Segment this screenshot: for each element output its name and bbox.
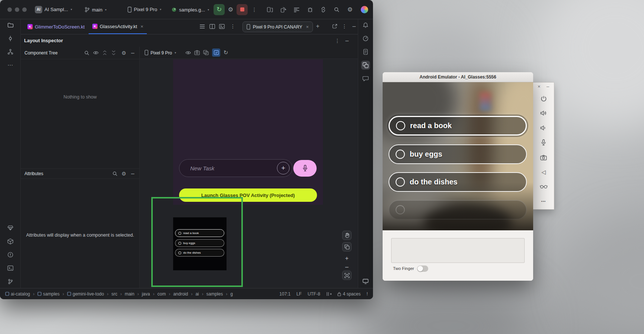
gemini-icon[interactable] [361, 6, 368, 13]
apply-changes-icon[interactable]: ⚙ [225, 4, 236, 15]
pan-hand-icon[interactable] [342, 231, 351, 240]
breadcrumb-item[interactable]: g [230, 291, 233, 297]
device-fold-icon[interactable] [265, 4, 275, 15]
error-indicator-icon[interactable]: ! [367, 291, 368, 297]
hide-pane-button[interactable]: – [129, 49, 136, 57]
indent-guide-icon[interactable] [326, 292, 331, 296]
search-icon[interactable] [83, 49, 90, 57]
tab-glassesactivity[interactable]: K GlassesActivity.kt × [89, 19, 147, 34]
close-window-button[interactable] [7, 7, 12, 12]
add-task-button[interactable]: + [277, 162, 290, 174]
file-encoding[interactable]: UTF-8 [308, 291, 320, 297]
rerun-button[interactable]: ↻ [214, 4, 225, 15]
component-tree-body[interactable]: Nothing to show [21, 59, 139, 168]
line-separator[interactable]: LF [297, 291, 302, 297]
breadcrumb-item[interactable]: src [111, 291, 123, 297]
breadcrumb-item[interactable]: samples [207, 291, 229, 297]
gear-icon[interactable]: ⚙ [120, 49, 128, 57]
device-selector-widget[interactable]: Pixel 9 Pro ▾ [128, 7, 161, 13]
collapse-all-icon[interactable] [110, 49, 117, 57]
pair-devices-icon[interactable] [318, 4, 328, 15]
bug-report-icon[interactable] [305, 4, 315, 15]
glasses-icon[interactable] [539, 183, 548, 191]
refresh-icon[interactable]: ↻ [222, 49, 230, 57]
logcat-icon[interactable] [291, 4, 302, 15]
breadcrumb-item[interactable]: ai [195, 291, 205, 297]
volume-down-icon[interactable] [539, 124, 548, 132]
device-screen-render[interactable]: New Task + Launch Glasses POV Activity (… [173, 59, 323, 205]
todo-item[interactable]: do the dishes [389, 172, 527, 192]
visibility-eye-icon[interactable] [92, 49, 99, 57]
terminal-icon[interactable] [6, 264, 15, 273]
new-task-input[interactable]: New Task + [179, 159, 293, 177]
layers-panel-icon[interactable] [342, 242, 351, 251]
breadcrumb-item[interactable]: com [157, 291, 172, 297]
search-icon[interactable] [111, 170, 119, 177]
voice-input-button[interactable] [293, 160, 317, 177]
editor-split-view-icon[interactable] [207, 21, 217, 31]
version-control-icon[interactable] [6, 277, 15, 286]
radio-circle-icon[interactable] [396, 121, 405, 130]
zoom-out-button[interactable]: – [342, 262, 351, 271]
breadcrumb-item[interactable]: gemini-live-todo [67, 291, 110, 297]
todo-item[interactable]: buy eggs [389, 144, 527, 164]
microphone-icon[interactable] [539, 138, 548, 147]
breadcrumb-item[interactable]: main [125, 291, 140, 297]
minimize-icon[interactable]: – [546, 84, 549, 89]
breadcrumb-item[interactable]: android [173, 291, 194, 297]
volume-up-icon[interactable] [539, 109, 548, 117]
running-devices-icon[interactable] [361, 277, 370, 286]
close-icon[interactable]: × [141, 24, 143, 29]
camera-icon[interactable] [539, 153, 548, 161]
radio-circle-icon[interactable] [396, 177, 405, 187]
radio-circle-icon[interactable] [396, 150, 405, 159]
live-updates-toggle-icon[interactable] [212, 49, 220, 57]
rotate-device-icon[interactable] [278, 4, 288, 15]
zoom-in-button[interactable]: + [342, 254, 351, 263]
cursor-position[interactable]: 107:1 [280, 291, 291, 297]
close-icon[interactable]: × [306, 24, 309, 30]
gear-icon[interactable]: ⚙ [120, 170, 128, 177]
search-icon[interactable] [331, 4, 342, 15]
running-device-tab[interactable]: Pixel 9 Pro API CANARY × [242, 21, 313, 32]
layout-inspector-icon[interactable] [361, 61, 370, 70]
open-in-new-window-icon[interactable] [330, 21, 340, 31]
back-icon[interactable]: ◁ [539, 168, 548, 176]
editor-preview-icon[interactable] [217, 21, 227, 31]
device-explorer-icon[interactable] [361, 47, 370, 56]
project-files-icon[interactable] [6, 21, 15, 30]
gemini-tool-icon[interactable] [6, 223, 15, 232]
device-panel-more-menu[interactable]: ⋮ [340, 21, 349, 31]
two-finger-toggle[interactable] [417, 265, 428, 272]
render-device-selector[interactable]: Pixel 9 Pro ▾ [145, 50, 176, 56]
emulator-title[interactable]: Android Emulator - AI_Glasses:5556 [383, 72, 533, 82]
zoom-to-fit-button[interactable] [342, 271, 351, 280]
project-widget[interactable]: AI AI Sampl... ▾ [35, 6, 72, 13]
gesture-input-area[interactable] [391, 238, 525, 263]
breadcrumb-item[interactable]: java [142, 291, 156, 297]
hide-panel-button[interactable]: – [349, 21, 359, 31]
more-tool-windows-icon[interactable]: ⋯ [6, 61, 15, 70]
commit-icon[interactable] [6, 34, 15, 43]
notifications-bell-icon[interactable] [361, 21, 370, 30]
breadcrumb-item[interactable]: ai-catalog [5, 291, 36, 297]
branch-widget[interactable]: main ▾ [85, 7, 106, 12]
toolbar-more-menu[interactable]: ⋮ [249, 4, 260, 15]
layers-icon[interactable] [202, 49, 210, 57]
expand-all-icon[interactable] [101, 49, 108, 57]
minimize-window-button[interactable] [15, 7, 19, 12]
add-device-button[interactable]: + [313, 21, 323, 31]
zoom-window-button[interactable] [22, 7, 27, 12]
editor-more-menu[interactable]: ⋮ [228, 21, 238, 31]
power-icon[interactable] [539, 94, 548, 103]
inspector-hide-button[interactable]: – [343, 37, 351, 45]
emulator-screen[interactable]: read a book buy eggs do the dishes [383, 82, 533, 230]
screenshot-icon[interactable] [193, 49, 201, 57]
render-canvas[interactable]: New Task + Launch Glasses POV Activity (… [140, 59, 358, 288]
app-insights-icon[interactable] [361, 74, 370, 83]
close-icon[interactable]: × [538, 84, 541, 89]
problems-icon[interactable] [6, 250, 15, 259]
hide-pane-button[interactable]: – [129, 170, 136, 177]
visibility-eye-icon[interactable] [184, 49, 192, 57]
inspector-more-menu[interactable]: ⋮ [333, 37, 341, 45]
